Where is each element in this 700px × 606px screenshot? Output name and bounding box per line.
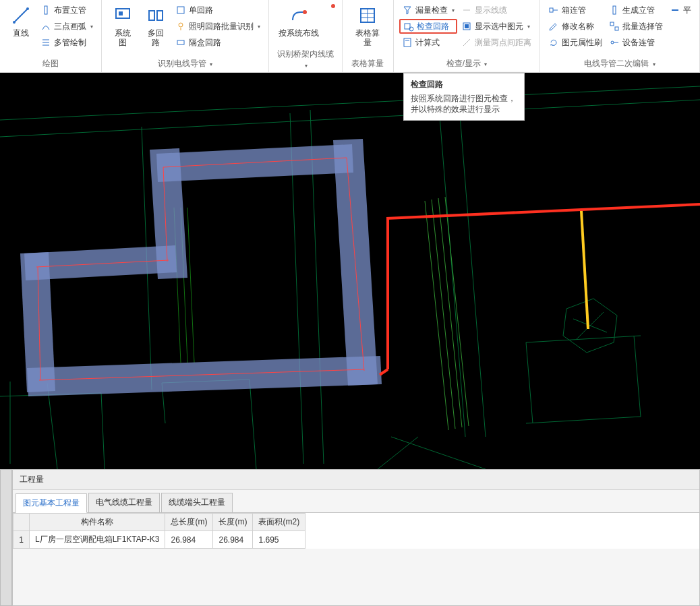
measure-icon [461,37,472,48]
hiddenloop-label: 隔盒回路 [189,37,221,49]
showline-label: 显示线缆 [475,5,507,16]
showsel-button[interactable]: 显示选中图元 ▾ [459,19,534,34]
pipe-icon [40,5,51,16]
svg-line-50 [47,383,57,469]
svg-rect-9 [177,7,184,13]
group-name-identify-tray[interactable]: 识别桥架内线缆 ▾ [274,46,337,72]
arc-label: 三点画弧 [54,21,86,32]
group-name-secondary-edit[interactable]: 电线导管二次编辑 ▾ [546,55,694,72]
svg-line-78 [581,211,588,329]
svg-rect-8 [119,11,123,16]
group-name-table-calc: 表格算量 [348,55,388,72]
svg-line-0 [14,9,28,22]
drawing-canvas[interactable] [0,73,700,469]
notification-dot-icon [331,4,335,8]
hiddenloop-button[interactable]: 隔盒回路 [173,35,263,50]
rename-button[interactable]: 修改名称 [546,19,605,34]
line-button[interactable]: 直线 [5,3,36,50]
measure-button: 测量两点间距离 [459,35,534,50]
boxconnect-button[interactable]: 箱连管 [546,3,605,18]
measure-label: 测量两点间距离 [475,37,531,49]
sysdiagram-icon [113,5,133,26]
leakcheck-button[interactable]: 漏量检查 ▾ [399,3,457,18]
tab-terminal-qty[interactable]: 线缆端头工程量 [161,493,233,512]
svg-line-63 [445,197,469,426]
tab-basic-qty[interactable]: 图元基本工程量 [16,493,87,513]
panel-tabs: 图元基本工程量 电气线缆工程量 线缆端头工程量 [13,490,699,512]
panel-gutter[interactable] [0,469,12,606]
checkloop-button[interactable]: 检查回路 [399,19,457,34]
col-area: 表面积(m2) [253,514,305,531]
ribbon: 直线 布置立管 三点画弧 ▾ 多管绘制 绘图 [0,0,700,73]
svg-line-35 [0,100,700,137]
svg-rect-24 [465,24,469,28]
route-button[interactable]: 按系统布线 [274,3,323,40]
refresh-label: 图元属性刷 [562,37,602,49]
singleloop-label: 单回路 [189,5,213,16]
calc-icon [402,37,413,48]
caret-icon: ▾ [527,24,530,30]
flat-label: 平 [683,5,691,16]
multiloop-icon [146,5,166,26]
svg-line-60 [425,201,448,430]
svg-line-42 [526,336,641,342]
flat-button[interactable]: 平 [667,3,694,18]
lightloop-button[interactable]: 照明回路批量识别 ▾ [173,19,263,34]
panel-title: 工程量 [13,470,699,490]
svg-line-47 [577,312,604,339]
svg-rect-26 [550,8,553,12]
svg-rect-29 [610,22,614,26]
caret-icon: ▾ [305,63,308,69]
tab-cable-qty[interactable]: 电气线缆工程量 [88,493,160,512]
ribbon-group-check-display: 漏量检查 ▾ 检查回路 计算式 显示线缆 [394,0,540,72]
calc-button[interactable]: 计算式 [399,35,457,50]
lightloop-label: 照明回路批量识别 [189,21,254,32]
svg-line-44 [634,336,641,417]
connect-icon [548,5,559,16]
batchsel-icon [609,21,620,32]
svg-marker-65 [156,144,353,182]
showsel-icon [461,21,472,32]
cell-rownum: 1 [13,531,30,549]
caret-icon: ▾ [452,7,455,13]
svg-point-13 [303,10,307,14]
svg-line-59 [187,208,194,363]
caret-icon: ▾ [258,24,260,30]
group-name-check-display[interactable]: 检查/显示 ▾ [399,55,534,72]
svg-line-51 [101,393,105,469]
sysdiagram-label: 系统图 [111,28,134,47]
col-length: 长度(m) [213,514,253,531]
showsel-label: 显示选中图元 [475,21,523,32]
sysdiagram-button[interactable]: 系统图 [107,3,138,50]
multiloop-button[interactable]: 多回路 [140,3,171,50]
showline-icon [461,5,472,16]
ribbon-group-identify-conduit: 系统图 多回路 单回路 照明回路批量识别 ▾ 隔盒回路 [102,0,269,72]
cell-length: 26.984 [213,531,253,549]
tablecalc-button[interactable]: 表格算量 [348,3,388,50]
svg-rect-12 [177,40,184,44]
group-name-identify-conduit[interactable]: 识别电线导管 ▾ [107,55,263,72]
svg-line-43 [526,342,533,423]
ribbon-group-table-calc: 表格算量 表格算量 [343,0,394,72]
rename-icon [548,21,559,32]
ribbon-group-identify-tray: 按系统布线 识别桥架内线缆 ▾ [269,0,343,72]
svg-line-54 [250,380,256,469]
multipipe-button[interactable]: 多管绘制 [38,35,96,50]
arc-button[interactable]: 三点画弧 ▾ [38,19,96,34]
table-row[interactable]: 1 L厂房一层空调配电箱LF1KTAP-K3 26.984 26.984 1.6… [13,531,305,549]
singleloop-button[interactable]: 单回路 [173,3,263,18]
group-name-draw: 绘图 [5,55,96,72]
batchsel-button[interactable]: 批量选择管 [606,19,666,34]
genpipe-icon [609,5,620,16]
route-icon [289,5,309,26]
genpipe-button[interactable]: 生成立管 [606,3,666,18]
caret-icon: ▾ [653,61,655,67]
devconn-button[interactable]: 设备连管 [606,35,666,50]
layout-pipe-button[interactable]: 布置立管 [38,3,96,18]
svg-point-2 [26,7,29,10]
svg-point-10 [179,23,183,27]
refresh-button[interactable]: 图元属性刷 [546,35,605,50]
checkloop-label: 检查回路 [417,21,449,32]
quantity-panel: 工程量 图元基本工程量 电气线缆工程量 线缆端头工程量 构件名称 总长度(m) … [12,469,700,606]
funnel-icon [402,5,413,16]
